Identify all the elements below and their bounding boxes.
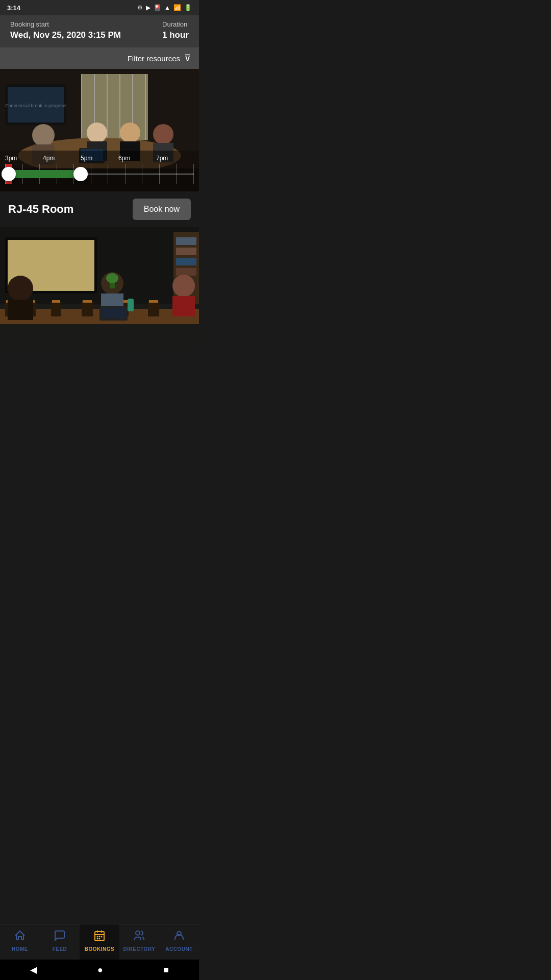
svg-point-15	[87, 122, 107, 143]
timeline-handle-right[interactable]	[73, 167, 88, 181]
duration-col[interactable]: Duration 1 hour	[162, 20, 189, 40]
play-icon: ▶	[146, 4, 151, 11]
duration-value: 1 hour	[162, 30, 189, 40]
room2-image	[0, 227, 199, 350]
wifi-icon: ▲	[164, 4, 170, 11]
svg-rect-41	[83, 300, 92, 303]
room-card-2	[0, 227, 199, 350]
booking-start-label: Booking start	[10, 20, 121, 28]
rooms-list: Commercial break in progress	[0, 69, 199, 431]
room1-name: RJ-45 Room	[8, 203, 73, 216]
filter-resources-label: Filter resources	[128, 54, 180, 63]
room1-timeline-overlay: 3pm 4pm 5pm 6pm 7pm	[0, 151, 199, 191]
room1-book-button[interactable]: Book now	[133, 199, 191, 220]
timeline-label-6pm: 6pm	[118, 155, 156, 162]
timeline-label-7pm: 7pm	[156, 155, 194, 162]
svg-rect-30	[176, 248, 196, 255]
svg-rect-49	[8, 300, 33, 320]
timeline-label-4pm: 4pm	[43, 155, 81, 162]
sim-icon: 🎴	[154, 4, 161, 11]
battery-icon: 🔋	[184, 4, 192, 11]
svg-rect-39	[52, 300, 60, 303]
svg-point-52	[172, 275, 195, 297]
svg-rect-40	[82, 301, 93, 316]
signal-icon: 📶	[173, 4, 181, 11]
svg-point-17	[120, 122, 140, 143]
timeline-label-3pm: 3pm	[5, 155, 43, 162]
booking-start-col[interactable]: Booking start Wed, Nov 25, 2020 3:15 PM	[10, 20, 121, 40]
filter-bar[interactable]: Filter resources ⊽	[0, 47, 199, 69]
svg-rect-29	[176, 237, 196, 245]
svg-rect-32	[176, 268, 196, 276]
svg-rect-53	[172, 296, 195, 316]
status-icons: ⚙ ▶ 🎴 ▲ 📶 🔋	[137, 4, 192, 11]
svg-rect-31	[176, 258, 196, 265]
timeline-handle-left[interactable]	[2, 167, 16, 181]
room1-info-bar: RJ-45 Room Book now	[0, 191, 199, 227]
status-bar: 3:14 ⚙ ▶ 🎴 ▲ 📶 🔋	[0, 0, 199, 15]
booking-header[interactable]: Booking start Wed, Nov 25, 2020 3:15 PM …	[0, 15, 199, 47]
timeline-selection	[9, 170, 81, 178]
svg-rect-45	[149, 300, 158, 303]
svg-point-57	[106, 273, 118, 283]
svg-point-48	[8, 276, 33, 301]
filter-funnel-icon[interactable]: ⊽	[184, 53, 191, 64]
svg-text:Commercial break in progress: Commercial break in progress	[5, 103, 67, 108]
room-card-rj45: Commercial break in progress	[0, 69, 199, 227]
svg-rect-55	[101, 308, 126, 318]
settings-icon: ⚙	[137, 4, 143, 11]
booking-start-value: Wed, Nov 25, 2020 3:15 PM	[10, 30, 121, 40]
timeline-label-5pm: 5pm	[81, 155, 118, 162]
svg-point-13	[32, 124, 55, 146]
room1-timeline-track[interactable]	[5, 164, 194, 184]
room1-timeline-labels: 3pm 4pm 5pm 6pm 7pm	[0, 151, 199, 162]
svg-rect-58	[128, 299, 134, 311]
svg-rect-44	[148, 301, 159, 316]
svg-rect-38	[51, 301, 61, 316]
status-time: 3:14	[7, 4, 20, 12]
svg-point-19	[153, 124, 173, 144]
duration-label: Duration	[162, 20, 189, 28]
room1-image: Commercial break in progress	[0, 69, 199, 191]
